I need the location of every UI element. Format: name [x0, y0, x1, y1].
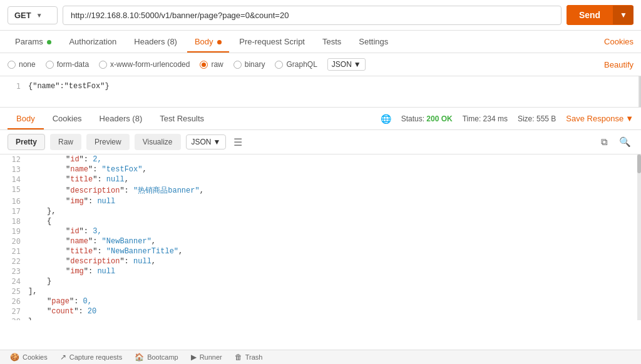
copy-button[interactable]: ⧉	[598, 134, 610, 150]
cookies-icon: 🍪	[10, 353, 19, 361]
tab-body[interactable]: Body	[187, 31, 229, 53]
statusbar-capture[interactable]: ↗ Capture requests	[60, 353, 122, 361]
status-bar: 🍪 Cookies ↗ Capture requests 🏠 Bootcamp …	[0, 350, 641, 364]
radio-graphql-dot	[275, 61, 283, 69]
response-line: 16"img": null	[0, 196, 641, 206]
radio-none-dot	[8, 61, 16, 69]
response-scrollbar-thumb	[637, 154, 641, 173]
tab-tests[interactable]: Tests	[315, 31, 349, 53]
beautify-button[interactable]: Beautify	[604, 60, 633, 69]
time-label: Time: 234 ms	[463, 114, 508, 123]
editor-content-1: {"name":"testFox"}	[28, 82, 110, 91]
method-chevron-icon: ▼	[36, 12, 43, 19]
format-raw-button[interactable]: Raw	[50, 134, 81, 150]
save-response-chevron-icon: ▼	[625, 114, 633, 123]
send-button-group: Send ▼	[567, 5, 633, 25]
params-dot	[47, 40, 51, 44]
body-dot	[217, 40, 222, 44]
response-line: 21"title": "NewBannerTitle",	[0, 246, 641, 256]
tab-pre-request[interactable]: Pre-request Script	[232, 31, 312, 53]
method-select[interactable]: GET ▼	[8, 6, 58, 24]
response-tab-headers[interactable]: Headers (8)	[91, 108, 151, 129]
response-line: 14"title": null,	[0, 174, 641, 185]
radio-url-encoded[interactable]: x-www-form-urlencoded	[99, 60, 190, 69]
response-line: 28}	[0, 316, 641, 320]
response-line: 15"description": "热销商品banner",	[0, 185, 641, 196]
radio-raw-dot	[200, 61, 208, 69]
radio-form-data[interactable]: form-data	[46, 60, 89, 69]
radio-none[interactable]: none	[8, 60, 36, 69]
json-format-chevron-icon: ▼	[213, 138, 221, 146]
radio-binary-dot	[233, 61, 242, 69]
json-type-select[interactable]: JSON ▼	[327, 58, 366, 71]
response-tab-cookies[interactable]: Cookies	[44, 108, 91, 129]
tab-authorization[interactable]: Authorization	[61, 31, 124, 53]
statusbar-cookies[interactable]: 🍪 Cookies	[10, 353, 48, 361]
response-line: 17},	[0, 206, 641, 216]
tab-settings[interactable]: Settings	[351, 31, 396, 53]
format-visualize-button[interactable]: Visualize	[135, 134, 181, 150]
radio-binary[interactable]: binary	[233, 60, 265, 69]
cookies-link[interactable]: Cookies	[604, 31, 633, 53]
response-line: 27"count": 20	[0, 306, 641, 316]
request-bar: GET ▼ Send ▼	[0, 0, 641, 31]
send-button[interactable]: Send	[567, 5, 613, 25]
status-label: Status: 200 OK	[401, 114, 453, 123]
response-line: 20"name": "NewBanner",	[0, 236, 641, 246]
response-tab-test-results[interactable]: Test Results	[151, 108, 213, 129]
response-line: 22"description": null,	[0, 256, 641, 266]
response-json-select[interactable]: JSON ▼	[186, 134, 227, 149]
response-action-icons: ⧉ 🔍	[598, 134, 633, 150]
response-tab-body[interactable]: Body	[8, 108, 44, 129]
globe-icon: 🌐	[381, 114, 391, 124]
radio-url-encoded-dot	[99, 61, 107, 69]
statusbar-trash[interactable]: 🗑 Trash	[235, 353, 263, 361]
json-chevron-icon: ▼	[354, 60, 361, 69]
search-button[interactable]: 🔍	[617, 134, 633, 150]
runner-icon: ▶	[191, 353, 197, 361]
status-value: 200 OK	[426, 114, 452, 123]
response-status-bar: 🌐 Status: 200 OK Time: 234 ms Size: 555 …	[381, 114, 633, 124]
radio-raw[interactable]: raw	[200, 60, 223, 69]
body-type-row: none form-data x-www-form-urlencoded raw…	[0, 53, 641, 76]
response-format-row: Pretty Raw Preview Visualize JSON ▼ ☰ ⧉ …	[0, 130, 641, 154]
response-scrollbar[interactable]	[637, 154, 641, 320]
tab-params[interactable]: Params	[8, 31, 59, 53]
response-line: 25 ],	[0, 286, 641, 296]
radio-graphql[interactable]: GraphQL	[275, 60, 317, 69]
bootcamp-icon: 🏠	[135, 353, 144, 361]
trash-icon: 🗑	[235, 353, 242, 361]
editor-scrollbar[interactable]	[638, 76, 641, 107]
response-line: 24}	[0, 276, 641, 286]
format-pretty-button[interactable]: Pretty	[8, 134, 45, 150]
response-line: 13"name": "testFox",	[0, 164, 641, 174]
filter-icon[interactable]: ☰	[233, 136, 242, 148]
save-response-button[interactable]: Save Response ▼	[566, 114, 633, 123]
response-line: 12"id": 2,	[0, 154, 641, 164]
size-label: Size: 555 B	[518, 114, 556, 123]
request-tabs: Params Authorization Headers (8) Body Pr…	[0, 31, 641, 53]
response-line: 18{	[0, 216, 641, 226]
tab-headers[interactable]: Headers (8)	[126, 31, 185, 53]
send-dropdown-button[interactable]: ▼	[613, 6, 633, 24]
response-line: 26"page": 0,	[0, 296, 641, 306]
response-line: 23"img": null	[0, 266, 641, 276]
request-body-editor[interactable]: 1 {"name":"testFox"}	[0, 76, 641, 108]
format-preview-button[interactable]: Preview	[86, 134, 130, 150]
radio-form-data-dot	[46, 61, 54, 69]
url-input[interactable]	[63, 6, 562, 25]
response-line: 19"id": 3,	[0, 226, 641, 236]
response-tabs-row: Body Cookies Headers (8) Test Results 🌐 …	[0, 108, 641, 130]
statusbar-bootcamp[interactable]: 🏠 Bootcamp	[135, 353, 178, 361]
editor-line-1: 1 {"name":"testFox"}	[0, 81, 641, 91]
response-body[interactable]: 12"id": 2,13"name": "testFox",14"title":…	[0, 154, 641, 320]
statusbar-runner[interactable]: ▶ Runner	[191, 353, 222, 361]
method-label: GET	[14, 11, 31, 20]
capture-icon: ↗	[60, 353, 66, 361]
